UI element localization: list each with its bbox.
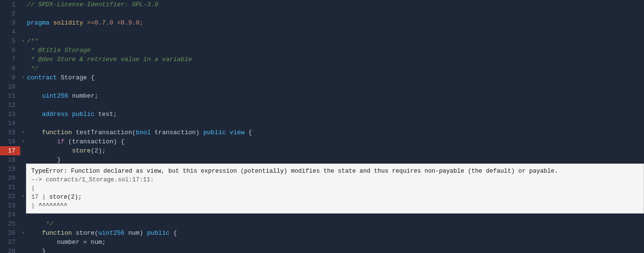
- line-content-28: }: [26, 247, 644, 253]
- line-6: 6 * @title Storage: [0, 46, 644, 55]
- line-1: 1 // SPDX-License-Identifier: GPL-3.0: [0, 0, 644, 9]
- line-content-15: function testTransaction(bool transactio…: [26, 128, 644, 137]
- line-content-3: pragma solidity >=0.7.0 <0.9.0;: [26, 18, 644, 27]
- line-number-26: 26: [0, 228, 20, 238]
- line-number-19: 19: [0, 164, 20, 174]
- line-number-3: 3: [0, 18, 20, 27]
- fold-22[interactable]: ▾: [20, 192, 26, 201]
- line-9: 9 ▾ contract Storage {: [0, 73, 644, 82]
- line-number-13: 13: [0, 110, 20, 119]
- error-caret: ^^^^^^^^: [35, 202, 68, 209]
- fold-15[interactable]: ▾: [20, 128, 26, 137]
- line-26: 26 ▾ function store(uint256 num) public …: [0, 228, 644, 238]
- error-pipe1: |: [31, 184, 639, 193]
- error-pipe2: | ^^^^^^^^: [31, 202, 639, 210]
- line-content-6: * @title Storage: [26, 46, 644, 55]
- line-13: 13 address public test;: [0, 110, 644, 119]
- line-8: 8 */: [0, 64, 644, 73]
- error-code: store(2);: [46, 194, 82, 201]
- fold-5[interactable]: ▾: [20, 37, 26, 46]
- line-number-15: 15: [0, 128, 20, 137]
- line-number-21: 21: [0, 183, 20, 192]
- error-tooltip: TypeError: Function declared as view, bu…: [26, 164, 644, 214]
- line-content-11: uint256 number;: [26, 91, 644, 101]
- line-number-10: 10: [0, 82, 20, 91]
- line-number-24: 24: [0, 210, 20, 219]
- line-content-9: contract Storage {: [26, 73, 644, 82]
- line-16: 16 ▾ if (transaction) {: [0, 137, 644, 146]
- line-number-8: 8: [0, 64, 20, 73]
- line-content-25: */: [26, 219, 644, 228]
- line-number-7: 7: [0, 55, 20, 64]
- line-number-5: 5: [0, 37, 20, 46]
- line-content-17: store(2);: [26, 146, 644, 155]
- line-content-27: number = num;: [26, 238, 644, 247]
- line-4: 4: [0, 27, 644, 37]
- error-code-line: 17 | store(2);: [31, 193, 639, 202]
- line-number-9: 9: [0, 73, 20, 82]
- line-content-8: */: [26, 64, 644, 73]
- line-number-14: 14: [0, 119, 20, 128]
- line-number-11: 11: [0, 91, 20, 101]
- line-number-22: 22: [0, 192, 20, 201]
- line-17: 17 store(2);: [0, 146, 644, 155]
- line-number-28: 28: [0, 247, 20, 253]
- line-5: 5 ▾ /**: [0, 37, 644, 46]
- line-12: 12: [0, 101, 644, 110]
- line-14: 14: [0, 119, 644, 128]
- fold-9[interactable]: ▾: [20, 73, 26, 82]
- line-11: 11 uint256 number;: [0, 91, 644, 101]
- line-number-16: 16: [0, 137, 20, 146]
- line-number-27: 27: [0, 238, 20, 247]
- fold-16[interactable]: ▾: [20, 137, 26, 146]
- error-lineref: 17 |: [31, 194, 46, 201]
- line-15: 15 ▾ function testTransaction(bool trans…: [0, 128, 644, 137]
- line-number-1: 1: [0, 0, 20, 9]
- line-content-16: if (transaction) {: [26, 137, 644, 146]
- line-number-18: 18: [0, 155, 20, 164]
- line-content-7: * @dev Store & retrieve value in a varia…: [26, 55, 644, 64]
- line-number-6: 6: [0, 46, 20, 55]
- line-number-20: 20: [0, 174, 20, 183]
- line-7: 7 * @dev Store & retrieve value in a var…: [0, 55, 644, 64]
- line-content-13: address public test;: [26, 110, 644, 119]
- line-content-5: /**: [26, 37, 644, 46]
- line-25: 25 */: [0, 219, 644, 228]
- line-number-12: 12: [0, 101, 20, 110]
- line-27: 27 number = num;: [0, 238, 644, 247]
- error-arrow: --> contracts/1_Storage.sol:17:11:: [31, 176, 639, 184]
- line-number-4: 4: [0, 27, 20, 37]
- line-content-26: function store(uint256 num) public {: [26, 228, 644, 238]
- line-number-17: 17: [0, 146, 20, 155]
- code-editor: 1 // SPDX-License-Identifier: GPL-3.0 2 …: [0, 0, 644, 253]
- fold-26[interactable]: ▾: [20, 228, 26, 238]
- line-number-2: 2: [0, 9, 20, 18]
- line-number-23: 23: [0, 201, 20, 210]
- line-content-1: // SPDX-License-Identifier: GPL-3.0: [26, 0, 644, 9]
- line-number-25: 25: [0, 219, 20, 228]
- line-10: 10: [0, 82, 644, 91]
- line-28: 28 }: [0, 247, 644, 253]
- line-2: 2: [0, 9, 644, 18]
- error-main-text: TypeError: Function declared as view, bu…: [31, 167, 639, 176]
- error-caret-prefix: |: [31, 202, 35, 209]
- line-3: 3 pragma solidity >=0.7.0 <0.9.0;: [0, 18, 644, 27]
